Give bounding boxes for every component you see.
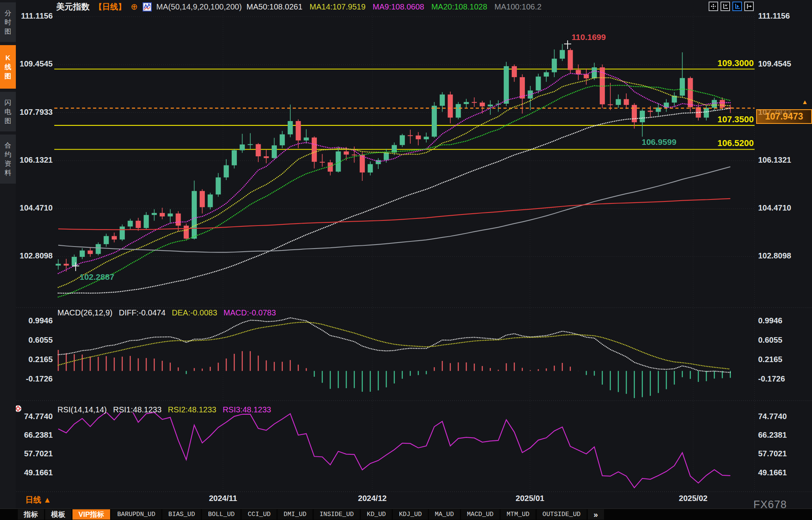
price-axis-label-right: 104.4710 (758, 204, 791, 212)
tool-pan-right-icon[interactable] (744, 2, 754, 11)
sidebar-item-label-char: 图 (5, 73, 11, 80)
rsi-axis-label-right: 74.7740 (758, 412, 787, 420)
symbol-title: 美元指数 (56, 1, 90, 12)
price-axis-label-left: 102.8098 (17, 252, 53, 260)
period-tag: 【日线】 (94, 2, 126, 12)
macd-axis-label-left: 0.6055 (17, 336, 53, 344)
chart-type-icon[interactable] (143, 2, 152, 11)
toolbar-button-mtm-ud[interactable]: MTM_UD (501, 509, 536, 520)
rsi1-value: RSI1:48.1233 (113, 405, 162, 414)
period-up-arrow-icon: ▲ (44, 495, 51, 504)
toolbar-button-barupdn-ud[interactable]: BARUPDN_UD (111, 509, 161, 520)
toolbar-button--[interactable]: 指标 (18, 509, 44, 520)
candles-group (56, 44, 733, 271)
toolbar-button--[interactable]: 模板 (45, 509, 71, 520)
indicator-toolbar: 指标模板VIP指标BARUPDN_UDBIAS_UDBOLL_UDCCI_UDD… (0, 509, 812, 520)
rsi-axis-label-right: 57.7021 (758, 450, 787, 457)
toolbar-button-ma-ud[interactable]: MA_UD (429, 509, 460, 520)
rsi-title: RSI(14,14,14) (57, 405, 107, 414)
sidebar-item-timeshare-chart[interactable]: 分时图 (0, 2, 16, 42)
period-selector-label: 日线 (25, 495, 41, 504)
toolbar-button-kdj-ud[interactable]: KDJ_UD (393, 509, 428, 520)
macd-title: MACD(26,12,9) (57, 308, 112, 317)
tool-pan-icon[interactable] (709, 2, 718, 11)
month-label-0: 2024/11 (209, 494, 237, 503)
price-axis-label-right: 102.8098 (758, 252, 791, 260)
price-up-arrow-icon: ▲ (802, 99, 808, 104)
macd-axis-label-right: 0.2165 (758, 355, 782, 363)
toolbar-button-kd-ud[interactable]: KD_UD (361, 509, 392, 520)
key-level-label-2: 106.5200 (717, 138, 754, 148)
ma-value-label-1: MA14:107.9519 (310, 2, 366, 11)
rsi-axis-label-right: 66.2381 (758, 431, 787, 439)
macd-axis-label-left: 0.2165 (17, 355, 53, 363)
attach-icon[interactable]: ⊕ (131, 2, 138, 11)
rsi-line (58, 407, 730, 488)
price-axis-label-left: 109.4545 (17, 60, 53, 68)
sidebar-item-label-char: 资 (5, 160, 11, 167)
ma-value-label-4: MA100:106.2 (494, 2, 541, 11)
price-annotation-0: 110.1699 (572, 32, 606, 42)
macd-diff-value: DIFF:-0.0474 (119, 308, 166, 317)
toolbar-button-macd-ud[interactable]: MACD_UD (461, 509, 499, 520)
ma20-line (58, 85, 730, 297)
rsi-axis-label-left: 66.2381 (17, 431, 53, 439)
toolbar-button-boll-ud[interactable]: BOLL_UD (202, 509, 240, 520)
sidebar-item-label-char: 图 (5, 28, 11, 35)
tool-axis-play-icon[interactable] (732, 2, 742, 11)
sidebar-item-label-char: 图 (5, 118, 11, 124)
toolbar-button-outside-ud[interactable]: OUTSIDE_UD (537, 509, 587, 520)
period-selector-button[interactable]: 日线 ▲ (25, 495, 51, 505)
ma14-line (58, 78, 730, 287)
macd-axis-label-right: -0.1726 (758, 375, 785, 383)
price-axis-label-left: 111.1156 (17, 12, 53, 20)
ma-value-label-2: MA9:108.0608 (373, 2, 424, 11)
price-axis-label-left: 106.1321 (17, 156, 53, 164)
toolbar-button-dmi-ud[interactable]: DMI_UD (278, 509, 313, 520)
key-level-label-0: 109.3000 (717, 58, 754, 68)
candlestick-chart-canvas[interactable] (0, 0, 812, 520)
rsi2-value: RSI2:48.1233 (168, 405, 216, 414)
toolbar-more-button[interactable]: » (588, 509, 604, 520)
price-annotation-1: 102.2887 (80, 272, 114, 282)
trading-app-window: 分时图K线图闪电图合约资料 美元指数 【日线】 ⊕ MA(50,14,9,20,… (0, 0, 812, 520)
price-axis-label-right: 106.1321 (758, 156, 791, 164)
sidebar-item-contract-info[interactable]: 合约资料 (0, 135, 16, 184)
price-axis-label-left: 107.7933 (17, 108, 53, 116)
sidebar-item-label-char: 电 (5, 108, 11, 115)
rsi-header: RSI(14,14,14) RSI1:48.1233 RSI2:48.1233 … (57, 405, 271, 414)
toolbar-button-bias-ud[interactable]: BIAS_UD (162, 509, 201, 520)
sidebar-item-lightning-chart[interactable]: 闪电图 (0, 92, 16, 131)
ma-lines (58, 71, 730, 297)
price-annotation-2: 106.9599 (642, 137, 677, 147)
macd-axis-label-left: 0.9946 (17, 317, 53, 325)
ma-settings-label: MA(50,14,9,20,100,200) (156, 2, 242, 11)
ma-value-label-0: MA50:108.0261 (246, 2, 302, 11)
macd-histogram (58, 350, 730, 398)
sidebar-item-kline-chart[interactable]: K线图 (0, 45, 16, 89)
ma-value-label-3: MA20:108.1028 (431, 2, 487, 11)
extreme-markers (72, 40, 571, 271)
rsi-axis-label-right: 49.1661 (758, 469, 787, 476)
key-level-label-1: 107.3500 (717, 114, 754, 125)
toolbar-button-vip-[interactable]: VIP指标 (72, 509, 110, 520)
tool-axis-scale-icon[interactable] (721, 2, 730, 11)
macd-axis-label-right: 0.6055 (758, 336, 782, 344)
macd-diff-line (58, 318, 730, 372)
toolbar-button-inside-ud[interactable]: INSIDE_UD (314, 509, 360, 520)
sidebar-item-label-char: 合 (5, 142, 11, 149)
toolbar-button-cci-ud[interactable]: CCI_UD (242, 509, 276, 520)
current-price-tag: 107.9473 (756, 109, 812, 124)
macd-lines (58, 318, 730, 372)
sidebar-item-label-char: 线 (5, 64, 11, 70)
macd-dea-line (58, 322, 730, 369)
macd-header: MACD(26,12,9) DIFF:-0.0474 DEA:-0.0083 M… (57, 308, 276, 317)
vertical-gridlines (223, 13, 755, 491)
price-axis-label-right: 109.4545 (758, 60, 791, 68)
sidebar-item-label-char: 分 (5, 10, 11, 17)
month-label-2: 2025/01 (516, 494, 544, 503)
ma50-line (58, 108, 730, 294)
chart-header: 美元指数 【日线】 ⊕ MA(50,14,9,20,100,200) MA50:… (56, 1, 541, 12)
sidebar-item-label-char: 闪 (5, 99, 11, 106)
price-axis-label-left: 104.4710 (17, 204, 53, 212)
